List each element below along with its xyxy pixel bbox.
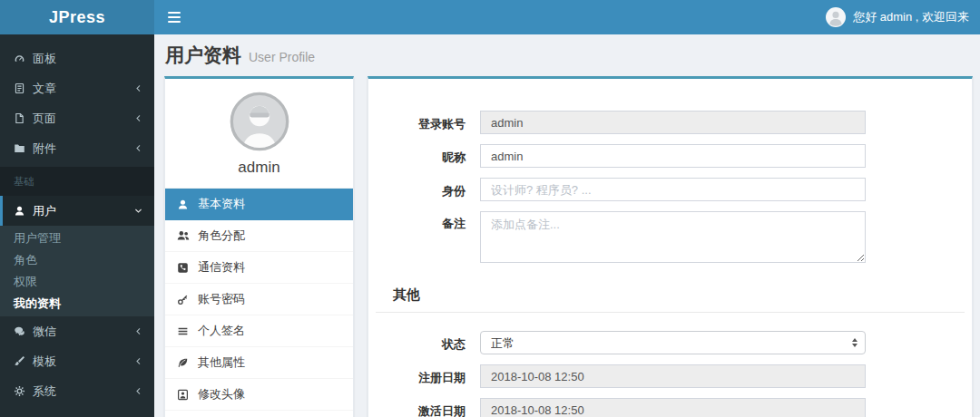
portrait-icon (177, 389, 198, 401)
dashboard-icon (14, 53, 33, 64)
user-icon (177, 199, 198, 210)
sidebar-item-dashboard[interactable]: 面板 (0, 44, 154, 73)
signature-icon (177, 325, 198, 337)
sidebar-item-label: 页面 (33, 111, 133, 127)
article-icon (14, 82, 33, 94)
profile-menu-label: 账号密码 (198, 291, 245, 307)
user-profile-form: 登录账号 昵称 身份 备注 (368, 76, 973, 417)
sidebar-item-label: 微信 (33, 324, 133, 340)
profile-menu-label: 其他属性 (198, 354, 245, 371)
profile-menu-basic-info[interactable]: 基本资料 (165, 189, 353, 220)
wechat-icon (14, 325, 33, 337)
user-avatar-icon (826, 7, 846, 27)
sidebar-item-label: 附件 (33, 141, 133, 157)
sidebar-item-system[interactable]: 系统 (0, 376, 154, 406)
field-label: 备注 (368, 211, 480, 263)
form-row: 身份 (368, 178, 972, 201)
content-header: 用户资料User Profile (154, 34, 980, 76)
status-select[interactable]: 正常 (480, 331, 866, 354)
users-icon (177, 229, 198, 242)
app-logo[interactable]: JPress (0, 0, 154, 34)
identity-input[interactable] (480, 178, 866, 201)
chevron-left-icon (133, 356, 143, 366)
register-date-input[interactable] (480, 364, 866, 388)
chevron-left-icon (133, 326, 143, 336)
navbar-user-menu[interactable]: 您好 admin , 欢迎回来 (815, 0, 980, 34)
login-account-input[interactable] (480, 111, 866, 134)
sidebar-item-pages[interactable]: 页面 (0, 103, 154, 133)
profile-avatar (230, 92, 289, 151)
sidebar-item-attachments[interactable]: 附件 (0, 133, 154, 163)
profile-menu-contact-info[interactable]: 通信资料 (165, 252, 353, 284)
greeting-text: 您好 admin , 欢迎回来 (853, 9, 969, 25)
main-content: 用户资料User Profile admin (154, 34, 980, 417)
sidebar-section-header: 基础 (0, 167, 154, 196)
sidebar-item-wechat[interactable]: 微信 (0, 316, 154, 346)
chevron-left-icon (133, 83, 143, 93)
page-subtitle: User Profile (249, 50, 315, 64)
profile-menu-label: 通信资料 (198, 259, 245, 276)
form-row: 备注 (368, 211, 972, 263)
sidebar-users-submenu: 用户管理 角色 权限 我的资料 (0, 226, 154, 316)
form-section-title: 其他 (376, 286, 965, 313)
sidebar-item-users[interactable]: 用户 (0, 196, 154, 226)
page-title: 用户资料 (165, 44, 241, 65)
sidebar-item-articles[interactable]: 文章 (0, 73, 154, 103)
profile-menu: 基本资料 角色分配 通信资料 (165, 188, 353, 417)
profile-menu-label: 修改头像 (198, 386, 245, 402)
field-label: 状态 (368, 331, 480, 354)
profile-menu-label: 角色分配 (198, 228, 245, 244)
leaf-icon (177, 357, 198, 369)
top-navbar: 您好 admin , 欢迎回来 (154, 0, 980, 34)
sidebar-toggle-button[interactable] (154, 0, 194, 34)
nickname-input[interactable] (480, 144, 866, 168)
field-label: 登录账号 (368, 111, 480, 134)
profile-menu-change-avatar[interactable]: 修改头像 (165, 379, 353, 411)
profile-menu-label: 基本资料 (198, 196, 245, 212)
hamburger-icon (168, 12, 181, 23)
chevron-left-icon (133, 113, 143, 123)
field-label: 注册日期 (368, 364, 480, 388)
remark-textarea[interactable] (480, 211, 866, 263)
attachment-icon (14, 142, 33, 154)
key-icon (177, 294, 198, 305)
profile-menu-signature[interactable]: 个人签名 (165, 315, 353, 347)
template-icon (14, 355, 33, 367)
form-row: 激活日期 (368, 398, 972, 417)
sidebar-subitem-my-profile[interactable]: 我的资料 (0, 293, 154, 315)
sidebar-item-templates[interactable]: 模板 (0, 346, 154, 376)
profile-menu-role-assignment[interactable]: 角色分配 (165, 220, 353, 252)
system-icon (14, 385, 33, 397)
profile-menu-label: 个人签名 (198, 323, 245, 339)
page-icon (14, 112, 33, 124)
sidebar-item-label: 文章 (33, 81, 133, 97)
sidebar-item-label: 模板 (33, 354, 133, 370)
field-label: 激活日期 (368, 398, 480, 417)
sidebar-subitem-user-management[interactable]: 用户管理 (0, 228, 154, 249)
sidebar-subitem-permissions[interactable]: 权限 (0, 271, 154, 293)
sidebar-item-label: 用户 (33, 203, 133, 219)
form-row: 登录账号 (368, 111, 972, 134)
phone-icon (177, 262, 198, 274)
chevron-left-icon (133, 386, 143, 396)
form-row: 注册日期 (368, 364, 972, 388)
field-label: 昵称 (368, 144, 480, 168)
user-icon (14, 205, 33, 217)
field-label: 身份 (368, 178, 480, 201)
sidebar-item-label: 系统 (33, 383, 133, 400)
sidebar-nav: 面板 文章 页面 附件 基础 用户 (0, 34, 154, 417)
form-row: 状态 正常 (368, 331, 972, 354)
chevron-down-icon (133, 206, 143, 216)
sidebar-item-label: 面板 (33, 51, 143, 67)
chevron-left-icon (133, 143, 143, 153)
profile-menu-activity-log[interactable]: 行为记录 (165, 411, 353, 417)
form-row: 昵称 (368, 144, 972, 168)
profile-card: admin 基本资料 角色分配 (164, 76, 354, 417)
profile-menu-account-password[interactable]: 账号密码 (165, 284, 353, 315)
profile-menu-other-attributes[interactable]: 其他属性 (165, 347, 353, 379)
activate-date-input[interactable] (480, 398, 866, 417)
profile-username: admin (165, 159, 353, 177)
sidebar-subitem-roles[interactable]: 角色 (0, 249, 154, 271)
